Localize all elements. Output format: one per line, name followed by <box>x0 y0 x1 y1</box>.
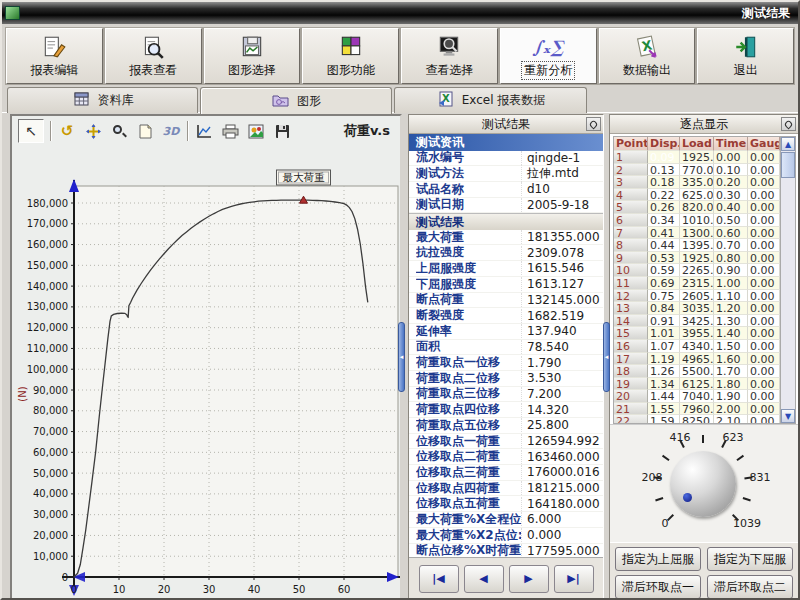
data-cell[interactable]: 2315.0 <box>680 277 714 290</box>
row-number-cell[interactable]: 9 <box>614 252 648 265</box>
data-cell[interactable]: 770.00 <box>680 164 714 177</box>
zoom-in-tool-icon[interactable] <box>109 121 129 141</box>
data-cell[interactable]: 2605.0 <box>680 290 714 303</box>
data-cell[interactable]: 1.70 <box>714 365 748 378</box>
hysteresis-point2-button[interactable]: 滞后环取点二 <box>707 575 793 599</box>
toolbar-button-graph-function[interactable]: 图形功能 <box>302 28 399 84</box>
toolbar-button-report-edit[interactable]: 报表编辑 <box>6 28 103 84</box>
row-number-cell[interactable]: 2 <box>614 164 648 177</box>
column-header-point[interactable]: Point# <box>614 137 648 151</box>
data-cell[interactable]: 2265.0 <box>680 264 714 277</box>
scroll-down-icon[interactable]: ▼ <box>781 409 795 423</box>
row-number-cell[interactable]: 17 <box>614 353 648 366</box>
pin-button[interactable] <box>781 117 796 131</box>
data-cell[interactable]: 1.01 <box>648 327 680 340</box>
dial-knob[interactable] <box>670 451 736 517</box>
set-upper-yield-button[interactable]: 指定为上屈服 <box>615 547 701 571</box>
load-displacement-chart[interactable]: 010,00020,00030,00040,00050,00060,00070,… <box>12 146 400 600</box>
row-number-cell[interactable]: 7 <box>614 227 648 240</box>
data-cell[interactable]: 1.44 <box>648 390 680 403</box>
data-cell[interactable]: 0.00 <box>748 378 780 391</box>
data-cell[interactable]: 0.59 <box>648 264 680 277</box>
data-cell[interactable]: 0.10 <box>714 164 748 177</box>
data-cell[interactable]: 0.00 <box>748 239 780 252</box>
pan-tool-icon[interactable] <box>83 121 103 141</box>
data-cell[interactable]: 1.34 <box>648 378 680 391</box>
row-number-cell[interactable]: 1 <box>614 151 648 164</box>
data-cell[interactable]: 0.00 <box>748 290 780 303</box>
data-cell[interactable]: 0.00 <box>748 227 780 240</box>
tab-excel[interactable]: XExcel 报表数据 <box>394 87 587 113</box>
data-cell[interactable]: 0.90 <box>714 264 748 277</box>
data-cell[interactable]: 7040.0 <box>680 390 714 403</box>
data-cell[interactable]: 0.00 <box>748 176 780 189</box>
row-number-cell[interactable]: 15 <box>614 327 648 340</box>
data-cell[interactable]: 6125.0 <box>680 378 714 391</box>
row-number-cell[interactable]: 18 <box>614 365 648 378</box>
data-cell[interactable]: 0.00 <box>748 189 780 202</box>
data-cell[interactable]: 1.40 <box>714 327 748 340</box>
data-cell[interactable]: 8250.0 <box>680 415 714 424</box>
data-cell[interactable]: 1.00 <box>714 277 748 290</box>
data-cell[interactable]: 1.50 <box>714 340 748 353</box>
data-cell[interactable]: 2.00 <box>714 403 748 416</box>
column-header-disp[interactable]: Disp. <box>648 137 680 151</box>
data-cell[interactable]: 1.59 <box>648 415 680 424</box>
data-cell[interactable]: 1925.0 <box>680 151 714 164</box>
data-cell[interactable]: 335.00 <box>680 176 714 189</box>
column-header-time[interactable]: Time <box>714 137 748 151</box>
toolbar-button-report-view[interactable]: 报表查看 <box>105 28 202 84</box>
row-number-cell[interactable]: 4 <box>614 189 648 202</box>
tab-graph[interactable]: 图形 <box>200 87 392 114</box>
hysteresis-point1-button[interactable]: 滞后环取点一 <box>615 575 701 599</box>
column-header-load[interactable]: Load <box>680 137 714 151</box>
data-cell[interactable]: 0.18 <box>648 176 680 189</box>
row-number-cell[interactable]: 14 <box>614 315 648 328</box>
data-cell[interactable]: 3035.0 <box>680 302 714 315</box>
toolbar-button-reanalyze[interactable]: ∫ₓ∑重新分析 <box>500 28 597 84</box>
data-cell[interactable]: 1395.0 <box>680 239 714 252</box>
row-number-cell[interactable]: 20 <box>614 390 648 403</box>
data-cell[interactable]: 0.84 <box>648 302 680 315</box>
splitter-right[interactable]: ◂ <box>603 322 610 392</box>
data-cell[interactable]: 0.00 <box>748 403 780 416</box>
data-cell[interactable]: 0.00 <box>748 390 780 403</box>
data-cell[interactable]: 1.90 <box>714 390 748 403</box>
data-cell[interactable]: 0.30 <box>714 189 748 202</box>
data-cell[interactable]: 0.00 <box>748 415 780 424</box>
data-cell[interactable]: 0.26 <box>648 201 680 214</box>
data-cell[interactable]: 1.19 <box>648 353 680 366</box>
column-header-gauge[interactable]: Gauge <box>748 137 780 151</box>
row-number-cell[interactable]: 13 <box>614 302 648 315</box>
toolbar-button-graph-select[interactable]: 图形选择 <box>204 28 301 84</box>
row-number-cell[interactable]: 16 <box>614 340 648 353</box>
data-cell[interactable]: 0.50 <box>714 214 748 227</box>
first-record-button[interactable]: |◀ <box>419 565 459 593</box>
pointer-tool-icon[interactable]: ↖ <box>18 119 44 143</box>
next-record-button[interactable]: ▶ <box>509 565 549 593</box>
data-cell[interactable]: 0.41 <box>648 227 680 240</box>
data-cell[interactable]: 0.00 <box>748 151 780 164</box>
toolbar-button-view-select[interactable]: 查看选择 <box>401 28 498 84</box>
data-cell[interactable]: 0.00 <box>748 201 780 214</box>
page-tool-icon[interactable] <box>135 121 155 141</box>
data-cell[interactable]: 0.00 <box>748 353 780 366</box>
data-cell[interactable]: 0.22 <box>648 189 680 202</box>
data-cell[interactable]: 0.09 <box>648 151 680 164</box>
data-cell[interactable]: 0.69 <box>648 277 680 290</box>
data-cell[interactable]: 1.10 <box>714 290 748 303</box>
row-number-cell[interactable]: 21 <box>614 403 648 416</box>
data-cell[interactable]: 0.40 <box>714 201 748 214</box>
last-record-button[interactable]: ▶| <box>554 565 594 593</box>
scroll-up-icon[interactable]: ▲ <box>781 137 795 151</box>
data-cell[interactable]: 0.44 <box>648 239 680 252</box>
data-cell[interactable]: 4340.0 <box>680 340 714 353</box>
data-cell[interactable]: 0.00 <box>748 327 780 340</box>
data-cell[interactable]: 1.30 <box>714 315 748 328</box>
data-cell[interactable]: 0.00 <box>748 252 780 265</box>
data-cell[interactable]: 1.55 <box>648 403 680 416</box>
points-table[interactable]: Point#Disp.LoadTimeGauge10.091925.00.000… <box>613 136 781 424</box>
data-cell[interactable]: 820.00 <box>680 201 714 214</box>
toolbar-button-data-export[interactable]: X数据输出 <box>599 28 696 84</box>
scrollbar-thumb[interactable] <box>781 152 795 178</box>
